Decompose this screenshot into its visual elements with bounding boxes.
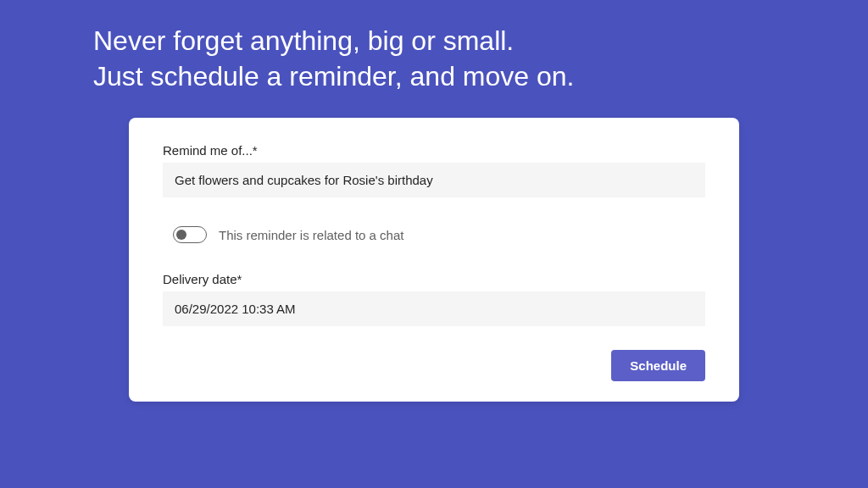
headline-line2: Just schedule a reminder, and move on. <box>93 59 868 95</box>
reminder-card: Remind me of...* This reminder is relate… <box>129 118 739 402</box>
date-field: Delivery date* <box>163 272 705 326</box>
toggle-knob-icon <box>176 230 186 240</box>
remind-input[interactable] <box>163 163 705 197</box>
promo-headline: Never forget anything, big or small. Jus… <box>0 0 868 94</box>
chat-toggle[interactable] <box>173 226 207 243</box>
chat-toggle-row: This reminder is related to a chat <box>173 226 705 243</box>
remind-field: Remind me of...* <box>163 143 705 197</box>
date-label: Delivery date* <box>163 272 705 286</box>
action-row: Schedule <box>163 350 705 381</box>
headline-line1: Never forget anything, big or small. <box>93 24 868 59</box>
schedule-button[interactable]: Schedule <box>611 350 705 381</box>
chat-toggle-label: This reminder is related to a chat <box>219 228 403 242</box>
remind-label: Remind me of...* <box>163 143 705 158</box>
date-input[interactable] <box>163 291 705 326</box>
